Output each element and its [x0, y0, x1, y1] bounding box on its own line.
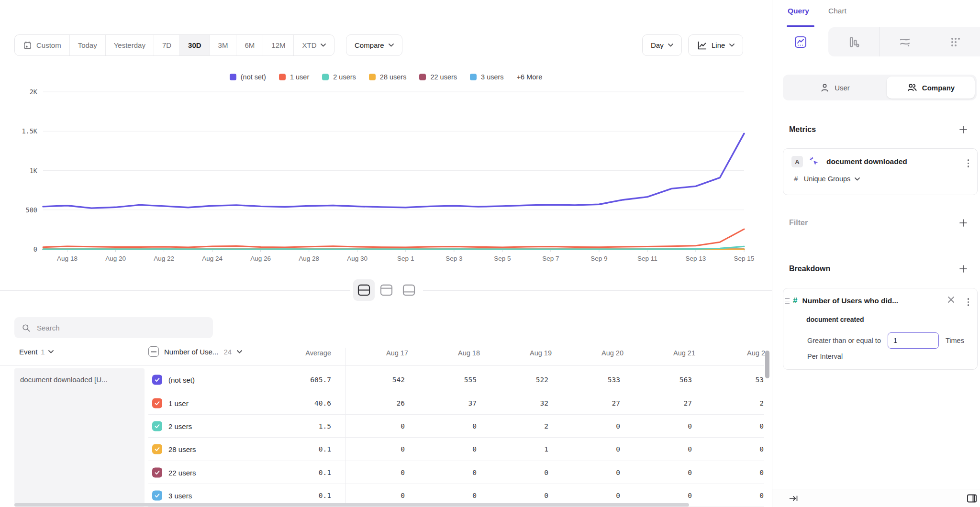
remove-breakdown-button[interactable] [947, 296, 955, 303]
chevron-down-icon [729, 44, 735, 47]
tab-query[interactable]: Query [788, 7, 809, 15]
breakdown-more-menu[interactable] [966, 296, 971, 308]
chevron-down-icon [321, 44, 326, 47]
top-panel-icon [380, 284, 393, 296]
table-row[interactable]: (not set)605.754255552253356353 [0, 368, 764, 391]
main-content: CustomTodayYesterday7D30D3M6M12MXTD Comp… [0, 0, 772, 507]
range-xtd[interactable]: XTD [294, 35, 334, 55]
drag-handle-icon[interactable] [785, 298, 790, 304]
chart-type-line-button[interactable] [772, 27, 828, 56]
cell-day-value: 0 [577, 422, 620, 430]
table-body: document downloaded [U... (not set)605.7… [0, 366, 764, 507]
series-checkbox[interactable] [152, 467, 162, 477]
column-header-average[interactable]: Average [268, 349, 331, 357]
metric-event-name[interactable]: document downloaded [826, 157, 907, 166]
per-interval-label[interactable]: Per Interval [807, 353, 843, 360]
date-range-group: CustomTodayYesterday7D30D3M6M12MXTD [14, 34, 334, 56]
range-label: 7D [162, 41, 171, 49]
cell-day-value: 0 [361, 445, 405, 453]
search-input[interactable] [37, 324, 206, 332]
event-click-icon [809, 156, 820, 167]
split-panel-icon [966, 493, 978, 504]
svg-text:Sep 13: Sep 13 [686, 255, 706, 262]
breakdown-card: # Number of Users who did... document cr… [783, 288, 978, 370]
tab-chart[interactable]: Chart [828, 7, 846, 15]
svg-text:Aug 24: Aug 24 [202, 255, 223, 262]
event-column-header[interactable]: Event 1 [19, 348, 54, 356]
compare-button[interactable]: Compare [346, 34, 402, 56]
svg-text:1.5K: 1.5K [22, 127, 37, 135]
select-all-checkbox[interactable] [148, 346, 159, 357]
layout-table-only-button[interactable] [398, 279, 420, 301]
measure-label: Unique Groups [804, 175, 851, 183]
column-header-day[interactable]: Aug 17 [361, 349, 433, 357]
table-row[interactable]: 22 users0.1000000 [0, 461, 764, 484]
series-label: 1 user [168, 399, 189, 407]
breakdown-title[interactable]: Number of Users who did... [802, 297, 898, 305]
series-column-header[interactable]: Number of Use... 24 [148, 346, 242, 357]
cell-day-value: 533 [577, 376, 620, 384]
column-header-day[interactable]: Aug 18 [433, 349, 505, 357]
range-7d[interactable]: 7D [154, 35, 180, 55]
svg-text:Aug 18: Aug 18 [57, 255, 78, 262]
metric-more-menu[interactable] [966, 157, 971, 169]
side-panel-toggle-button[interactable] [966, 493, 978, 504]
arrow-to-bar-icon [789, 494, 798, 503]
range-today[interactable]: Today [70, 35, 106, 55]
chevron-down-icon [237, 350, 242, 353]
column-header-day[interactable]: Aug 21 [648, 349, 720, 357]
table-row[interactable]: 2 users1.5002000 [0, 415, 764, 438]
add-metric-button[interactable] [958, 124, 969, 135]
horizontal-scrollbar[interactable] [14, 503, 689, 507]
toggle-user[interactable]: User [783, 75, 887, 100]
condition-value-input[interactable] [888, 332, 939, 349]
column-header-day[interactable]: Aug 20 [577, 349, 648, 357]
svg-text:Sep 7: Sep 7 [542, 255, 559, 262]
interval-button[interactable]: Day [642, 34, 682, 56]
active-tab-underline [787, 25, 814, 27]
chart-type-bar-button[interactable] [828, 27, 879, 56]
table-row[interactable]: 1 user40.626373227272 [0, 391, 764, 414]
range-6m[interactable]: 6M [236, 35, 263, 55]
collapse-panel-button[interactable] [789, 494, 798, 503]
table-row[interactable]: 28 users0.1001000 [0, 438, 764, 461]
chart-type-scatter-button[interactable] [930, 27, 980, 56]
layout-chart-only-button[interactable] [376, 279, 397, 301]
breakdown-event-name[interactable]: document created [806, 316, 864, 323]
cell-day-value: 0 [720, 422, 764, 430]
range-3m[interactable]: 3M [210, 35, 237, 55]
range-label: 3M [218, 41, 228, 49]
svg-text:Sep 1: Sep 1 [397, 255, 414, 262]
layout-split-view-button[interactable] [353, 279, 375, 301]
series-checkbox[interactable] [152, 398, 162, 408]
cell-day-value: 37 [433, 399, 477, 407]
chart-style-button[interactable]: Line [688, 34, 743, 56]
series-checkbox[interactable] [152, 375, 162, 385]
measure-dropdown[interactable]: Unique Groups [804, 175, 860, 183]
chart-type-flow-button[interactable] [879, 27, 930, 56]
numeric-property-icon: # [793, 296, 797, 306]
checkmark-icon [154, 377, 160, 383]
range-custom[interactable]: Custom [15, 35, 70, 55]
range-30d[interactable]: 30D [180, 35, 210, 55]
series-checkbox[interactable] [152, 421, 162, 431]
group-type-toggle: User Company [783, 75, 977, 100]
column-header-day[interactable]: Aug 19 [505, 349, 577, 357]
range-yesterday[interactable]: Yesterday [106, 35, 154, 55]
vertical-scrollbar[interactable] [765, 351, 769, 378]
svg-text:Aug 28: Aug 28 [299, 255, 319, 262]
cell-day-value: 0 [577, 469, 620, 476]
range-label: Today [78, 41, 97, 49]
series-checkbox[interactable] [152, 491, 162, 501]
add-breakdown-button[interactable] [958, 264, 969, 274]
toggle-company[interactable]: Company [887, 77, 975, 99]
series-checkbox[interactable] [152, 444, 162, 454]
user-icon [820, 83, 830, 93]
cell-day-value: 0 [505, 492, 548, 499]
cell-day-value: 0 [433, 492, 477, 499]
range-label: Yesterday [114, 41, 145, 49]
svg-text:0: 0 [33, 245, 37, 253]
range-12m[interactable]: 12M [263, 35, 294, 55]
add-filter-button[interactable] [958, 218, 969, 228]
series-label: 22 users [168, 468, 196, 476]
